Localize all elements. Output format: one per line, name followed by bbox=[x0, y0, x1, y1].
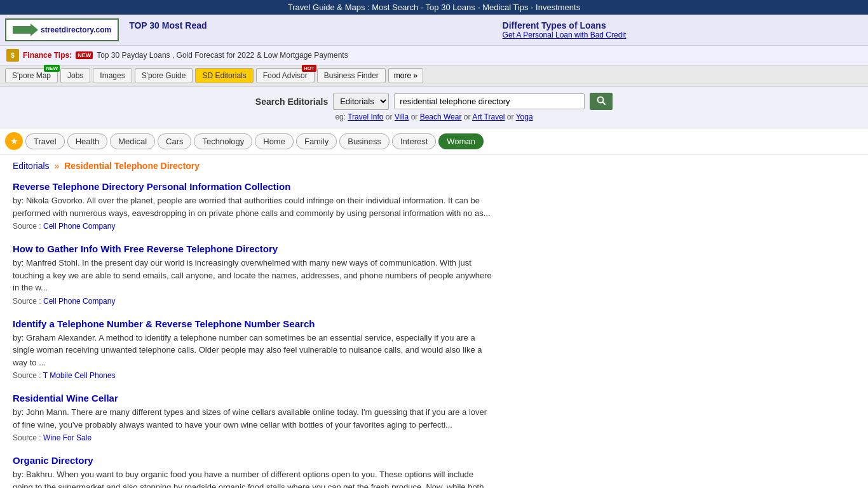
category-travel[interactable]: Travel bbox=[25, 133, 65, 149]
article-desc: by: Manfred Stohl. In the present day ou… bbox=[13, 257, 496, 294]
tab-images[interactable]: Images bbox=[93, 68, 132, 83]
banner-item-2-sub[interactable]: Get A Personal Loan with Bad Credit bbox=[503, 30, 863, 39]
category-woman[interactable]: Woman bbox=[438, 133, 484, 149]
tab-spore-map[interactable]: S'pore Map NEW bbox=[5, 68, 58, 83]
article-source-link[interactable]: T Mobile Cell Phones bbox=[43, 371, 116, 380]
tab-sd-editorials-label: SD Editorials bbox=[202, 71, 246, 80]
tab-spore-guide-label: S'pore Guide bbox=[142, 71, 186, 80]
article-item: Identify a Telephone Number & Reverse Te… bbox=[13, 318, 496, 381]
category-cars[interactable]: Cars bbox=[158, 133, 191, 149]
tab-spore-map-label: S'pore Map bbox=[12, 71, 51, 80]
hint-villa[interactable]: Villa bbox=[395, 112, 409, 121]
tab-sd-editorials[interactable]: SD Editorials bbox=[195, 68, 253, 83]
category-technology[interactable]: Technology bbox=[194, 133, 252, 149]
article-source-link[interactable]: Cell Phone Company bbox=[43, 222, 115, 231]
finance-label: Finance Tips: bbox=[23, 51, 72, 60]
article-source-link[interactable]: Wine For Sale bbox=[43, 433, 92, 442]
article-desc: by: Graham Alexander. A method to identi… bbox=[13, 332, 496, 369]
search-hint: eg: Travel Info or Villa or Beach Wear o… bbox=[335, 112, 532, 121]
article-item: Residential Wine Cellar by: John Mann. T… bbox=[13, 393, 496, 442]
tab-food-advisor[interactable]: Food Advisor HOT bbox=[256, 68, 315, 83]
article-title[interactable]: Residential Wine Cellar bbox=[13, 393, 118, 403]
category-row: ★ Travel Health Medical Cars Technology … bbox=[0, 128, 868, 154]
logo-text: streetdirectory.com bbox=[41, 25, 111, 34]
breadcrumb-separator: » bbox=[54, 161, 59, 171]
svg-line-1 bbox=[603, 102, 606, 105]
banner-item-2-title: Different Types of Loans bbox=[503, 20, 863, 30]
article-item: Reverse Telephone Directory Personal Inf… bbox=[13, 181, 496, 231]
finance-icon: $ bbox=[6, 49, 19, 62]
breadcrumb-current: Residential Telephone Directory bbox=[64, 161, 200, 171]
article-source: Source : T Mobile Cell Phones bbox=[13, 371, 496, 380]
article-title[interactable]: Identify a Telephone Number & Reverse Te… bbox=[13, 318, 315, 329]
category-business[interactable]: Business bbox=[339, 133, 390, 149]
search-label: Search Editorials bbox=[255, 97, 328, 107]
category-interest[interactable]: Interest bbox=[392, 133, 436, 149]
category-health[interactable]: Health bbox=[67, 133, 108, 149]
finance-tips-text: Top 30 Payday Loans , Gold Forecast for … bbox=[97, 51, 348, 60]
nav-tabs: S'pore Map NEW Jobs Images S'pore Guide … bbox=[0, 65, 868, 86]
tab-images-label: Images bbox=[100, 71, 125, 80]
article-title[interactable]: Organic Directory bbox=[13, 455, 93, 466]
finance-new-badge: NEW bbox=[76, 51, 93, 59]
travel-guide-label: Travel Guide & Maps : bbox=[288, 3, 370, 12]
hint-yoga[interactable]: Yoga bbox=[516, 112, 533, 121]
article-title[interactable]: How to Gather Info With Free Reverse Tel… bbox=[13, 243, 278, 254]
article-title[interactable]: Reverse Telephone Directory Personal Inf… bbox=[13, 181, 290, 192]
tab-spore-guide[interactable]: S'pore Guide bbox=[135, 68, 193, 83]
banner-item-1-title: TOP 30 Most Read bbox=[129, 20, 489, 30]
breadcrumb: Editorials » Residential Telephone Direc… bbox=[13, 161, 496, 171]
article-item: Organic Directory by: Bakhru. When you w… bbox=[13, 455, 496, 488]
article-source: Source : Cell Phone Company bbox=[13, 297, 496, 306]
category-home[interactable]: Home bbox=[255, 133, 294, 149]
article-item: How to Gather Info With Free Reverse Tel… bbox=[13, 243, 496, 306]
search-row: Search Editorials Editorials Articles Al… bbox=[0, 86, 868, 128]
new-badge: NEW bbox=[44, 65, 60, 72]
search-category-select[interactable]: Editorials Articles All bbox=[333, 93, 389, 110]
article-source: Source : Cell Phone Company bbox=[13, 222, 496, 231]
tab-business-finder[interactable]: Business Finder bbox=[317, 68, 386, 83]
main-content: Editorials » Residential Telephone Direc… bbox=[0, 154, 508, 488]
hint-beach-wear[interactable]: Beach Wear bbox=[420, 112, 462, 121]
breadcrumb-editorials[interactable]: Editorials bbox=[13, 161, 50, 171]
banner-item-2: Different Types of Loans Get A Personal … bbox=[503, 20, 863, 39]
banner-links: TOP 30 Most Read Different Types of Loan… bbox=[129, 20, 863, 39]
top-navigation-bar: Travel Guide & Maps : Most Search - Top … bbox=[0, 0, 868, 15]
more-button[interactable]: more » bbox=[388, 68, 423, 83]
investments-link[interactable]: Investments bbox=[536, 3, 580, 12]
tab-food-advisor-label: Food Advisor bbox=[263, 71, 308, 80]
tab-business-finder-label: Business Finder bbox=[324, 71, 379, 80]
article-desc: by: Nikola Govorko. All over the planet,… bbox=[13, 194, 496, 219]
hint-travel-info[interactable]: Travel Info bbox=[348, 112, 383, 121]
medical-tips-link[interactable]: Medical Tips bbox=[482, 3, 528, 12]
tab-jobs[interactable]: Jobs bbox=[60, 68, 90, 83]
banner-item-1: TOP 30 Most Read bbox=[129, 20, 489, 39]
logo: streetdirectory.com bbox=[5, 18, 119, 41]
article-desc: by: Bakhru. When you want to buy organic… bbox=[13, 468, 496, 488]
article-source-link[interactable]: Cell Phone Company bbox=[43, 297, 115, 306]
hot-badge: HOT bbox=[302, 65, 316, 72]
article-desc: by: John Mann. There are many different … bbox=[13, 406, 496, 431]
article-source: Source : Wine For Sale bbox=[13, 433, 496, 442]
search-input[interactable] bbox=[394, 93, 585, 109]
top-30-loans-link[interactable]: Top 30 Loans bbox=[426, 3, 475, 12]
banner-row: streetdirectory.com TOP 30 Most Read Dif… bbox=[0, 15, 868, 46]
hint-art-travel[interactable]: Art Travel bbox=[472, 112, 505, 121]
tab-jobs-label: Jobs bbox=[67, 71, 83, 80]
category-family[interactable]: Family bbox=[296, 133, 337, 149]
search-button[interactable] bbox=[590, 93, 613, 110]
most-search-link[interactable]: Most Search bbox=[372, 3, 418, 12]
logo-arrow-icon bbox=[13, 24, 38, 36]
search-form: Search Editorials Editorials Articles Al… bbox=[255, 93, 613, 110]
category-icon: ★ bbox=[5, 132, 23, 150]
finance-tips-row: $ Finance Tips: NEW Top 30 Payday Loans … bbox=[0, 46, 868, 65]
category-medical[interactable]: Medical bbox=[110, 133, 155, 149]
